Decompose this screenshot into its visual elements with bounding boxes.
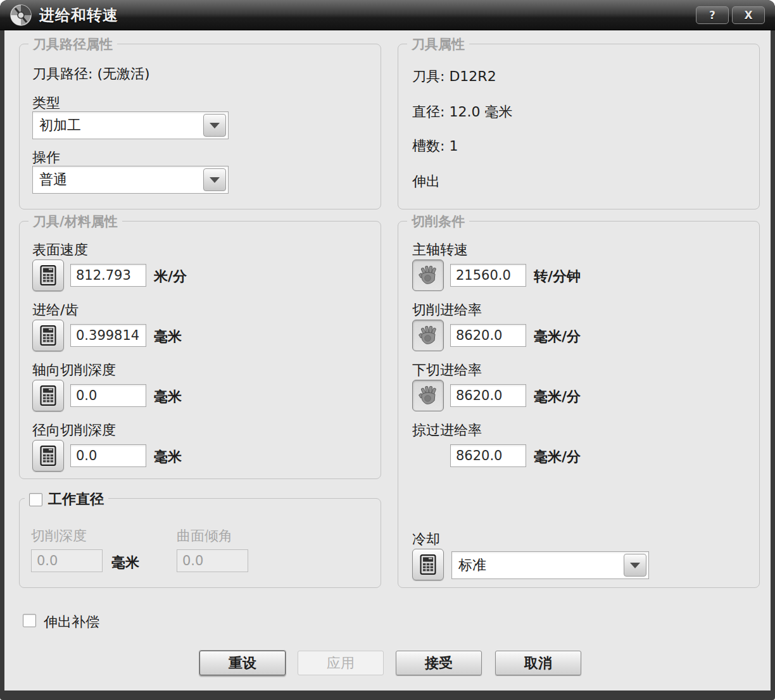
operation-label: 操作 xyxy=(32,148,60,167)
radial-depth-input[interactable] xyxy=(70,444,146,467)
cut-depth-unit: 毫米 xyxy=(111,553,139,572)
coolant-dropdown-value: 标准 xyxy=(452,556,624,575)
coolant-label: 冷却 xyxy=(412,530,440,549)
help-button[interactable]: ? xyxy=(696,6,729,24)
accept-button[interactable]: 接受 xyxy=(396,651,482,675)
working-diameter-group: 工作直径 切削深度 毫米 曲面倾角 xyxy=(19,498,381,588)
coolant-calc-button[interactable] xyxy=(412,549,444,580)
surface-angle-input[interactable] xyxy=(177,549,248,572)
radial-depth-calc-button[interactable] xyxy=(32,440,64,472)
tool-name-label: 刀具: D12R2 xyxy=(412,67,496,86)
plunge-feedrate-input[interactable] xyxy=(450,384,526,407)
surface-speed-input[interactable] xyxy=(70,264,146,287)
dialog-title: 进给和转速 xyxy=(39,5,118,25)
axial-depth-label: 轴向切削深度 xyxy=(32,361,116,380)
type-dropdown-value: 初加工 xyxy=(33,116,203,135)
radial-depth-label: 径向切削深度 xyxy=(32,421,116,440)
toolpath-group-legend: 刀具路径属性 xyxy=(28,35,117,53)
skim-feedrate-unit: 毫米/分 xyxy=(534,447,581,466)
cut-depth-label: 切削深度 xyxy=(31,527,87,546)
surface-angle-label: 曲面倾角 xyxy=(177,527,232,546)
surface-speed-label: 表面速度 xyxy=(32,241,88,259)
tool-flutes-label: 槽数: 1 xyxy=(412,137,458,156)
radial-depth-unit: 毫米 xyxy=(154,447,182,466)
tool-group-legend: 刀具属性 xyxy=(407,35,469,53)
feed-per-tooth-calc-button[interactable] xyxy=(32,320,64,351)
chevron-down-icon xyxy=(210,123,220,128)
tool-properties-group: 刀具属性 刀具: D12R2 直径: 12.0 毫米 槽数: 1 伸出 xyxy=(398,44,760,209)
type-dropdown[interactable]: 初加工 xyxy=(32,111,229,139)
tool-diameter-label: 直径: 12.0 毫米 xyxy=(412,103,512,122)
operation-dropdown-value: 普通 xyxy=(33,170,203,189)
hand-icon xyxy=(418,325,438,346)
cutting-conditions-legend: 切削条件 xyxy=(407,213,469,230)
surface-speed-unit: 米/分 xyxy=(154,267,187,286)
calculator-icon xyxy=(420,554,436,575)
calculator-icon xyxy=(40,325,56,346)
surface-speed-calc-button[interactable] xyxy=(32,259,64,291)
feed-per-tooth-unit: 毫米 xyxy=(154,327,182,346)
operation-dropdown-button[interactable] xyxy=(203,168,226,191)
spindle-speed-unit: 转/分钟 xyxy=(534,267,581,286)
plunge-feedrate-label: 下切进给率 xyxy=(412,361,482,380)
working-diameter-checkbox[interactable] xyxy=(29,493,42,506)
axial-depth-unit: 毫米 xyxy=(154,387,182,406)
tool-material-group: 刀具/材料属性 表面速度 米/分 进给/齿 毫米 轴向切削深度 毫米 径 xyxy=(19,221,381,479)
hand-icon xyxy=(418,385,438,406)
reset-button[interactable]: 重设 xyxy=(199,651,286,675)
chevron-down-icon xyxy=(210,177,220,183)
milling-tool-icon xyxy=(9,3,33,27)
operation-dropdown[interactable]: 普通 xyxy=(32,166,229,194)
cut-feedrate-unit: 毫米/分 xyxy=(534,327,581,346)
cut-depth-input[interactable] xyxy=(31,549,103,572)
coolant-dropdown-button[interactable] xyxy=(624,554,646,577)
skim-feedrate-input[interactable] xyxy=(450,444,526,467)
title-bar[interactable]: 进给和转速 ? X xyxy=(0,0,775,30)
plunge-feedrate-unit: 毫米/分 xyxy=(534,387,581,406)
spindle-speed-hand-button[interactable] xyxy=(412,259,444,291)
toolpath-status-label: 刀具路径: (无激活) xyxy=(32,65,150,84)
tool-material-legend: 刀具/材料属性 xyxy=(28,213,122,230)
chevron-down-icon xyxy=(630,563,640,568)
calculator-icon xyxy=(40,446,56,466)
calculator-icon xyxy=(40,385,56,406)
feed-per-tooth-input[interactable] xyxy=(70,324,146,347)
tool-stickout-label: 伸出 xyxy=(412,172,440,191)
coolant-dropdown[interactable]: 标准 xyxy=(451,551,649,579)
apply-button[interactable]: 应用 xyxy=(298,651,384,675)
calculator-icon xyxy=(40,265,56,285)
type-label: 类型 xyxy=(32,94,60,113)
axial-depth-input[interactable] xyxy=(70,384,146,407)
working-diameter-label: 工作直径 xyxy=(48,490,104,509)
spindle-speed-label: 主轴转速 xyxy=(412,241,468,259)
axial-depth-calc-button[interactable] xyxy=(32,380,64,411)
skim-feedrate-label: 掠过进给率 xyxy=(412,421,482,440)
cutting-conditions-group: 切削条件 主轴转速 转/分钟 切削进给率 毫米/分 下切进给率 毫米/分 xyxy=(398,221,760,588)
cut-feedrate-hand-button[interactable] xyxy=(412,320,444,351)
cut-feedrate-label: 切削进给率 xyxy=(412,301,482,320)
feed-speed-dialog: 进给和转速 ? X 刀具路径属性 刀具路径: (无激活) 类型 初加工 操作 普… xyxy=(0,0,775,700)
cut-feedrate-input[interactable] xyxy=(450,324,526,347)
cancel-button[interactable]: 取消 xyxy=(495,651,581,675)
feed-per-tooth-label: 进给/齿 xyxy=(32,301,79,320)
stickout-comp-checkbox[interactable] xyxy=(23,614,36,627)
stickout-comp-label: 伸出补偿 xyxy=(44,613,99,632)
dialog-client-area: 刀具路径属性 刀具路径: (无激活) 类型 初加工 操作 普通 刀具属性 刀具:… xyxy=(4,30,771,691)
close-button[interactable]: X xyxy=(732,6,765,24)
type-dropdown-button[interactable] xyxy=(203,114,226,137)
spindle-speed-input[interactable] xyxy=(450,264,526,287)
hand-icon xyxy=(418,265,438,285)
plunge-feedrate-hand-button[interactable] xyxy=(412,380,444,411)
toolpath-properties-group: 刀具路径属性 刀具路径: (无激活) 类型 初加工 操作 普通 xyxy=(19,44,381,209)
